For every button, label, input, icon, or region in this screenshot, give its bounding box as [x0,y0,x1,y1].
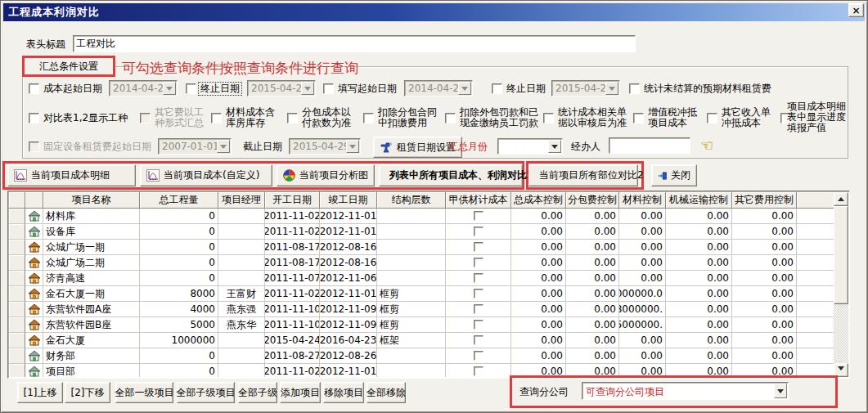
dropdown-arrow-icon[interactable] [605,82,618,95]
remove-project-button[interactable]: 移除项目 [323,382,364,403]
dropdown-arrow-icon[interactable] [346,140,359,153]
all-projects-cost-profit-compare1-button[interactable]: 列表中所有项目成本、利润对比1 [379,164,523,186]
scroll-up-button[interactable] [834,192,848,206]
row-indicator[interactable] [9,271,25,286]
close-dialog-button[interactable]: 关闭 [651,164,697,186]
checkbox-cost-start-date[interactable] [29,83,39,94]
checkbox-other-income-offset[interactable] [707,113,717,123]
current-project-all-parts-compare2-button[interactable]: 当前项目所有部位对比2 [528,164,638,186]
checkbox-subcontract-by-payment[interactable] [287,113,298,123]
summary-month-dropdown[interactable] [497,138,563,155]
table-row[interactable]: 材料库 0 2011-11-02 2012-11-01 0.00 0.00 0.… [9,209,834,224]
vertical-scrollbar[interactable] [834,192,848,377]
cell-filler [797,317,834,333]
dropdown-arrow-icon[interactable] [163,82,176,95]
table-row[interactable]: 财务部 0 2011-08-27 2012-08-26 0.00 0.00 0.… [9,348,834,364]
col-header-total-cost-control[interactable]: 总成本控制 [511,192,566,209]
col-header-project-name[interactable]: 项目名称 [43,192,140,209]
fill-start-date-dropdown[interactable]: 2014-04-29 [404,80,473,97]
scrollbar-thumb[interactable] [834,206,848,304]
current-project-analysis-chart-button[interactable]: 当前项目分析图 [277,164,375,186]
owner-material-checkbox[interactable] [474,227,483,236]
owner-material-checkbox[interactable] [474,258,483,267]
checkbox-deduct-outsource-fines[interactable] [445,113,456,123]
checkbox-show-worktype[interactable] [29,113,39,123]
row-indicator[interactable] [9,240,25,255]
current-project-cost-custom-button[interactable]: 当前项目成本(自定义) [140,164,272,186]
row-indicator[interactable] [9,348,25,364]
owner-material-checkbox[interactable] [474,366,483,376]
all-children-button[interactable]: 全部子级 [238,382,277,403]
all-level1-projects-button[interactable]: 全部一级项目 [115,382,173,403]
cell-project-manager [218,209,265,224]
table-row[interactable]: 济青高速 0 2011-11-07 2012-11-06 0.00 0.00 0… [9,271,834,286]
fill-end-date-dropdown[interactable]: 2015-04-29 [551,80,620,97]
table-row[interactable]: 金石大厦一期 8000 王富财 2011-11-02 2012-11-01 框剪… [9,286,834,302]
owner-material-checkbox[interactable] [474,211,483,221]
table-row[interactable]: 设备库 0 2011-11-02 2012-11-01 0.00 0.00 0.… [9,224,834,240]
row-indicator[interactable] [9,255,25,271]
owner-material-checkbox[interactable] [474,242,483,252]
row-indicator[interactable] [9,364,25,377]
branch-query-dropdown[interactable]: 可查询分公司项目 [582,382,789,400]
row-indicator[interactable] [9,224,25,240]
cost-end-date-dropdown[interactable]: 2015-04-29 [247,80,316,97]
owner-material-checkbox[interactable] [474,335,483,345]
close-button[interactable]: × [848,3,864,17]
table-row[interactable]: 东营软件园A座 4000 燕东强 2011-11-10 2012-11-09 框… [9,302,834,317]
col-header-subcontract-fee-control[interactable]: 分包费控制 [566,192,619,209]
row-indicator[interactable] [9,333,25,348]
col-header-structure-floors[interactable]: 结构层数 [377,192,446,209]
move-up-button[interactable]: [1]上移 [17,382,63,403]
dropdown-arrow-icon[interactable] [774,384,787,398]
checkbox-unsettled-rental[interactable] [629,83,640,94]
fixed-rental-start-dropdown[interactable]: 2007-01-01 [158,138,232,155]
owner-material-checkbox[interactable] [474,320,483,330]
move-down-button[interactable]: [2]下移 [65,382,110,403]
table-row[interactable]: 众城广场一期 0 2011-08-17 2012-08-16 0.00 0.00… [9,240,834,255]
remove-all-button[interactable]: 全部移除 [367,382,406,403]
agent-input[interactable] [609,137,690,154]
checkbox-otherfee-by-worktype[interactable] [140,113,151,123]
add-project-button[interactable]: 添加项目 [280,382,321,403]
checkbox-cost-end-date[interactable] [186,83,196,94]
dropdown-arrow-icon[interactable] [217,140,230,153]
owner-material-checkbox[interactable] [474,273,483,283]
col-header-finish-date[interactable]: 竣工日期 [320,192,377,209]
dropdown-arrow-icon[interactable] [548,140,561,153]
row-indicator[interactable] [9,302,25,317]
header-icon-cell [25,192,43,209]
cell-material-control: 28000000. [619,302,666,317]
table-row[interactable]: 众城广场二期 0 2011-08-17 2012-08-16 0.00 0.00… [9,255,834,271]
dropdown-arrow-icon[interactable] [301,82,314,95]
col-header-start-date[interactable]: 开工日期 [265,192,320,209]
cost-start-date-dropdown[interactable]: 2014-04-29 [109,80,178,97]
checkbox-fixed-equipment-rental-start[interactable] [29,141,39,152]
owner-material-checkbox[interactable] [474,351,483,361]
header-title-input[interactable] [73,35,636,52]
col-header-project-manager[interactable]: 项目经理 [218,192,265,209]
owner-material-checkbox[interactable] [474,289,483,299]
checkbox-fill-end-date[interactable] [492,83,502,94]
current-project-cost-detail-button[interactable]: 当前项目成本明细 [7,164,136,186]
col-header-material-control[interactable]: 材料控制 [619,192,666,209]
col-header-other-fee-control[interactable]: 其它费用控制 [732,192,797,209]
table-row[interactable]: 金石大厦 1000000 2015-04-24 2016-04-23 框架 0.… [9,333,834,348]
checkbox-material-incl-warehouse[interactable] [211,113,222,123]
row-indicator[interactable] [9,286,25,302]
col-header-machine-transport-control[interactable]: 机械运输控制 [666,192,732,209]
checkbox-deduct-subcontract-fees[interactable] [363,113,374,123]
checkbox-audited-documents-only[interactable] [543,113,554,123]
all-child-projects-button[interactable]: 全部子级项目 [177,382,235,403]
checkbox-vat-offset-cost[interactable] [633,113,644,123]
col-header-owner-material-cost[interactable]: 甲供材计成本 [446,192,511,209]
col-header-total-quantity[interactable]: 总工程量 [140,192,218,209]
row-indicator[interactable] [9,209,25,224]
cell-structure-floors: 框架 [377,333,446,348]
rental-deadline-dropdown[interactable]: 2015-04-29 [289,138,361,155]
table-row[interactable]: 东营软件园B座 5000 燕东华 2011-11-10 2012-11-09 框… [9,317,834,333]
row-indicator[interactable] [9,317,25,333]
checkbox-fill-start-date[interactable] [323,83,334,94]
owner-material-checkbox[interactable] [474,304,483,314]
dropdown-arrow-icon[interactable] [458,82,471,95]
